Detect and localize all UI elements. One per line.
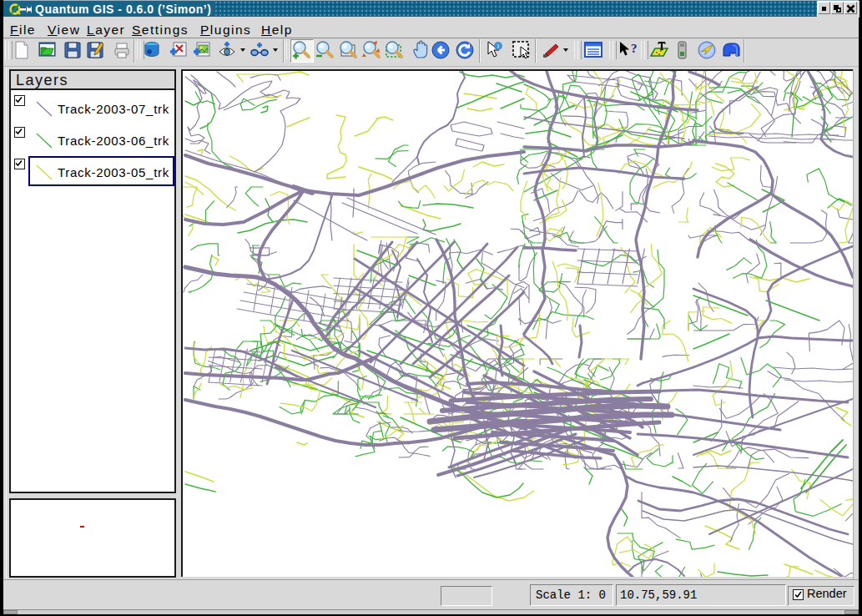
svg-text:i: i	[497, 43, 499, 50]
svg-text:?: ?	[631, 42, 638, 55]
